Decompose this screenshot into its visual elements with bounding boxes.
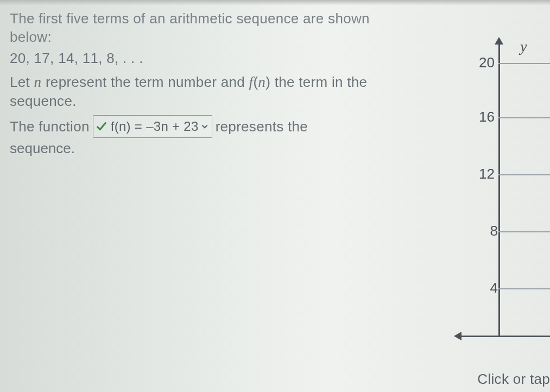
paren-close: ) xyxy=(265,74,270,90)
y-gridline-8 xyxy=(498,231,550,232)
y-gridline-20 xyxy=(498,63,550,64)
answer-dropdown[interactable]: f(n) = –3n + 23 xyxy=(93,115,212,138)
y-tick-16: 16 xyxy=(467,109,495,125)
intro-text-line2: below: xyxy=(10,28,445,47)
y-axis-label: y xyxy=(520,38,527,55)
sequence-word: sequence. xyxy=(10,140,445,157)
paren-open: ( xyxy=(253,74,258,90)
dropdown-selected-value: f(n) = –3n + 23 xyxy=(111,117,199,136)
y-axis xyxy=(498,43,500,337)
problem-text: The first five terms of an arithmetic se… xyxy=(0,0,445,157)
let-statement-line2: sequence. xyxy=(10,92,445,111)
intro-text-line1: The first five terms of an arithmetic se… xyxy=(10,10,445,28)
y-gridline-16 xyxy=(498,117,550,118)
variable-n: n xyxy=(34,74,42,90)
y-tick-20: 20 xyxy=(467,54,495,71)
coordinate-graph[interactable]: y 20 16 12 8 4 xyxy=(452,33,550,358)
y-gridline-4 xyxy=(498,288,550,289)
let-text-2: represent the term number and xyxy=(41,74,249,90)
function-statement: The function f(n) = –3n + 23 represents … xyxy=(10,115,445,138)
checkmark-icon xyxy=(96,121,108,132)
hint-text: Click or tap xyxy=(477,371,550,388)
let-statement-line1: Let n represent the term number and f(n)… xyxy=(10,72,445,92)
func-prefix-text: The function xyxy=(10,116,90,137)
function-arg-n: n xyxy=(258,74,265,90)
x-axis xyxy=(460,336,550,337)
let-text-1: Let xyxy=(10,74,34,90)
y-tick-12: 12 xyxy=(467,166,495,182)
y-tick-4: 4 xyxy=(471,280,498,296)
sequence-values: 20, 17, 14, 11, 8, . . . xyxy=(10,50,445,67)
y-tick-8: 8 xyxy=(471,223,498,239)
func-suffix-text: represents the xyxy=(216,116,308,137)
y-gridline-12 xyxy=(498,174,550,175)
let-text-3: the term in the xyxy=(270,74,367,90)
chevron-down-icon xyxy=(201,123,208,130)
